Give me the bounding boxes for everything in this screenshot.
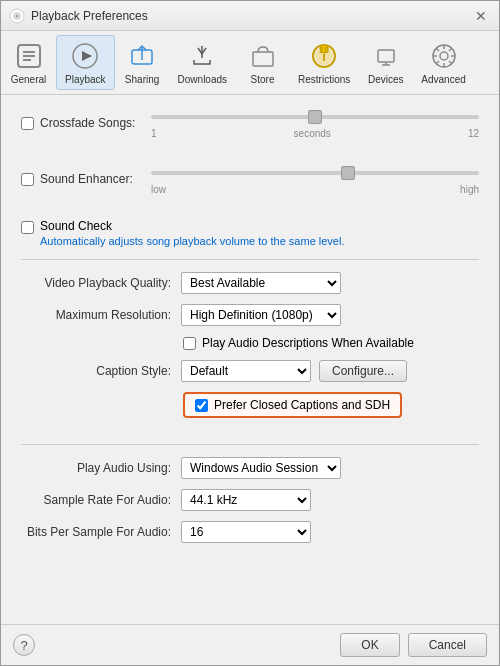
title-bar-left: Playback Preferences	[9, 8, 148, 24]
svg-point-22	[440, 52, 448, 60]
crossfade-unit: seconds	[294, 128, 331, 139]
svg-line-28	[449, 61, 452, 64]
enhancer-range-labels: low high	[151, 184, 479, 195]
soundcheck-desc: Automatically adjusts song playback volu…	[40, 235, 345, 247]
store-label: Store	[251, 74, 275, 85]
quality-control: Best Available	[181, 272, 341, 294]
configure-button[interactable]: Configure...	[319, 360, 407, 382]
quality-row: Video Playback Quality: Best Available	[21, 272, 479, 294]
toolbar-general[interactable]: General	[1, 35, 56, 90]
enhancer-thumb[interactable]	[341, 166, 355, 180]
quality-label: Video Playback Quality:	[21, 276, 181, 290]
crossfade-range-labels: 1 seconds 12	[151, 128, 479, 139]
content-area: Crossfade Songs: 1 seconds 12	[1, 95, 499, 624]
enhancer-label: Sound Enhancer:	[40, 172, 133, 186]
soundcheck-row: Sound Check Automatically adjusts song p…	[21, 219, 479, 247]
bits-row: Bits Per Sample For Audio: 16	[21, 521, 479, 543]
enhancer-track-wrapper	[151, 163, 479, 183]
crossfade-min: 1	[151, 128, 157, 139]
toolbar-downloads[interactable]: Downloads	[170, 35, 235, 90]
toolbar-playback[interactable]: Playback	[56, 35, 115, 90]
divider-2	[21, 444, 479, 445]
restrictions-label: Restrictions	[298, 74, 350, 85]
app-icon	[9, 8, 25, 24]
general-icon	[13, 40, 45, 72]
closed-captions-label: Prefer Closed Captions and SDH	[214, 398, 390, 412]
crossfade-max: 12	[468, 128, 479, 139]
closed-captions-box: Prefer Closed Captions and SDH	[183, 392, 402, 418]
bits-select[interactable]: 16	[181, 521, 311, 543]
bits-control: 16	[181, 521, 311, 543]
resolution-control: High Definition (1080p)	[181, 304, 341, 326]
crossfade-thumb[interactable]	[308, 110, 322, 124]
toolbar-store[interactable]: Store	[235, 35, 290, 90]
playback-label: Playback	[65, 74, 106, 85]
resolution-label: Maximum Resolution:	[21, 308, 181, 322]
soundcheck-checkbox[interactable]	[21, 221, 34, 234]
general-label: General	[11, 74, 47, 85]
devices-label: Devices	[368, 74, 404, 85]
crossfade-slider-container: 1 seconds 12	[151, 107, 479, 139]
caption-style-control: Default Configure...	[181, 360, 407, 382]
sample-rate-select[interactable]: 44.1 kHz	[181, 489, 311, 511]
crossfade-section: Crossfade Songs: 1 seconds 12	[21, 107, 479, 139]
enhancer-row: Sound Enhancer: low high	[21, 163, 479, 195]
toolbar-devices[interactable]: Devices	[358, 35, 413, 90]
sharing-label: Sharing	[125, 74, 159, 85]
advanced-label: Advanced	[421, 74, 465, 85]
cancel-button[interactable]: Cancel	[408, 633, 487, 657]
svg-point-2	[16, 14, 19, 17]
svg-rect-12	[253, 52, 273, 66]
help-button[interactable]: ?	[13, 634, 35, 656]
bottom-bar: ? OK Cancel	[1, 624, 499, 665]
enhancer-checkbox[interactable]	[21, 173, 34, 186]
sample-rate-row: Sample Rate For Audio: 44.1 kHz	[21, 489, 479, 511]
store-icon	[247, 40, 279, 72]
crossfade-label: Crossfade Songs:	[40, 116, 135, 130]
sharing-icon	[126, 40, 158, 72]
toolbar-restrictions[interactable]: i 18 Restrictions	[290, 35, 358, 90]
svg-marker-8	[82, 51, 92, 61]
enhancer-section: Sound Enhancer: low high	[21, 163, 479, 195]
playback-preferences-window: Playback Preferences ✕ General	[0, 0, 500, 666]
toolbar-sharing[interactable]: Sharing	[115, 35, 170, 90]
audio-desc-label: Play Audio Descriptions When Available	[202, 336, 414, 350]
action-buttons: OK Cancel	[340, 633, 487, 657]
enhancer-min: low	[151, 184, 166, 195]
downloads-icon	[186, 40, 218, 72]
enhancer-max: high	[460, 184, 479, 195]
audio-desc-row: Play Audio Descriptions When Available	[21, 336, 479, 350]
svg-line-27	[436, 48, 439, 51]
divider-1	[21, 259, 479, 260]
enhancer-label-area: Sound Enhancer:	[21, 172, 151, 186]
sample-rate-control: 44.1 kHz	[181, 489, 311, 511]
quality-select[interactable]: Best Available	[181, 272, 341, 294]
caption-style-select[interactable]: Default	[181, 360, 311, 382]
svg-rect-18	[378, 50, 394, 62]
window-title: Playback Preferences	[31, 9, 148, 23]
ok-button[interactable]: OK	[340, 633, 399, 657]
toolbar-advanced[interactable]: Advanced	[413, 35, 473, 90]
restrictions-icon: i 18	[308, 40, 340, 72]
caption-style-label: Caption Style:	[21, 364, 181, 378]
title-bar: Playback Preferences ✕	[1, 1, 499, 31]
soundcheck-label: Sound Check	[40, 219, 345, 233]
downloads-label: Downloads	[178, 74, 227, 85]
close-button[interactable]: ✕	[471, 6, 491, 26]
crossfade-row: Crossfade Songs: 1 seconds 12	[21, 107, 479, 139]
soundcheck-text: Sound Check Automatically adjusts song p…	[40, 219, 345, 247]
closed-captions-checkbox[interactable]	[195, 399, 208, 412]
play-audio-label: Play Audio Using:	[21, 461, 181, 475]
caption-style-row: Caption Style: Default Configure...	[21, 360, 479, 382]
play-audio-select[interactable]: Windows Audio Session	[181, 457, 341, 479]
svg-text:18: 18	[319, 45, 329, 55]
crossfade-checkbox[interactable]	[21, 117, 34, 130]
crossfade-track-wrapper	[151, 107, 479, 127]
devices-icon	[370, 40, 402, 72]
bits-label: Bits Per Sample For Audio:	[21, 525, 181, 539]
resolution-select[interactable]: High Definition (1080p)	[181, 304, 341, 326]
enhancer-slider-container: low high	[151, 163, 479, 195]
audio-desc-checkbox[interactable]	[183, 337, 196, 350]
play-audio-control: Windows Audio Session	[181, 457, 341, 479]
toolbar: General Playback Sharing	[1, 31, 499, 95]
